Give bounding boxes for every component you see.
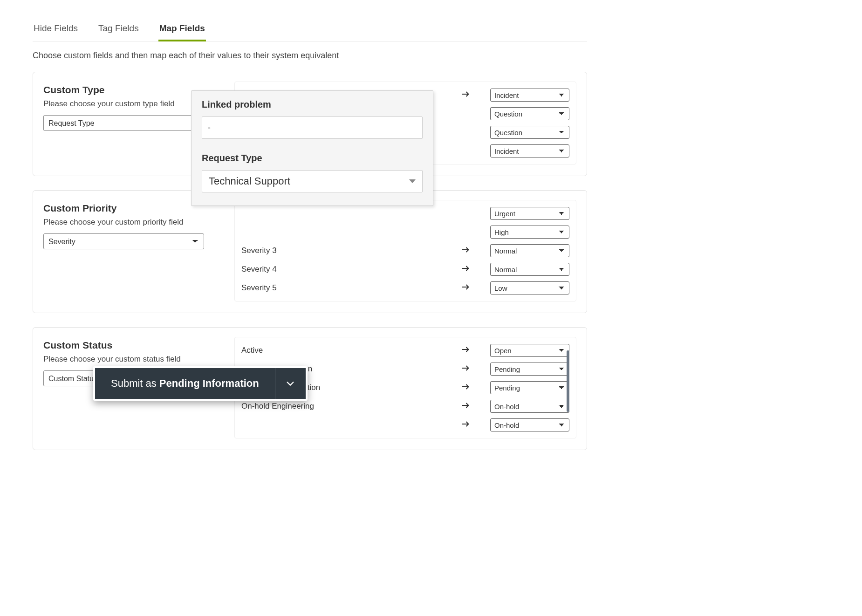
mapping-target-select[interactable]: Pending [490,381,569,394]
arrow-icon [462,90,490,100]
request-type-value: Technical Support [209,175,290,187]
scrollbar-thumb[interactable] [567,350,569,412]
mapping-source-label: Active [241,346,462,355]
mapping-target-select[interactable]: Question [490,126,569,139]
submit-split-button: Submit as Pending Information [93,366,308,401]
custom-status-hint: Please choose your custom status field [43,355,220,364]
arrow-icon [462,420,490,430]
linked-problem-input[interactable] [202,116,423,139]
table-row: Urgent [241,204,569,223]
linked-problem-title: Linked problem [202,99,423,110]
mapping-target-select[interactable]: Open [490,344,569,357]
mapping-target-select[interactable]: On-hold [490,400,569,413]
table-row: On-hold [241,416,569,434]
chevron-down-icon [409,179,416,183]
mapping-target-select[interactable]: Incident [490,89,569,102]
chevron-down-icon [285,378,295,389]
tab-hide-fields[interactable]: Hide Fields [33,19,79,41]
field-tabs: Hide Fields Tag Fields Map Fields [33,19,587,41]
submit-prefix: Submit as [111,377,157,390]
mapping-target-select[interactable]: Pending [490,363,569,376]
custom-priority-card: Custom Priority Please choose your custo… [33,190,587,313]
mapping-source-label: Severity 4 [241,265,462,274]
tab-tag-fields[interactable]: Tag Fields [97,19,140,41]
submit-button[interactable]: Submit as Pending Information [95,368,275,399]
arrow-icon [462,346,490,355]
mapping-target-select[interactable]: Incident [490,144,569,157]
mapping-source-label: Severity 3 [241,246,462,255]
mapping-target-select[interactable]: Urgent [490,207,569,220]
custom-priority-mappings: Urgent High Severity 3 Normal Severity 4… [234,200,576,301]
tab-map-fields[interactable]: Map Fields [158,19,206,41]
submit-status: Pending Information [159,377,259,390]
custom-priority-hint: Please choose your custom priority field [43,218,220,227]
custom-status-title: Custom Status [43,340,220,351]
table-row: Severity 3 Normal [241,241,569,260]
arrow-icon [462,383,490,392]
request-type-title: Request Type [202,153,423,164]
table-row: Severity 4 Normal [241,260,569,279]
mapping-source-label: Severity 5 [241,283,462,293]
instructions-text: Choose custom fields and then map each o… [33,51,587,61]
arrow-icon [462,283,490,293]
arrow-icon [462,265,490,274]
table-row: High [241,223,569,241]
mapping-target-select[interactable]: High [490,226,569,239]
mapping-target-select[interactable]: Low [490,281,569,294]
mapping-source-label: On-hold Engineering [241,402,462,411]
arrow-icon [462,246,490,255]
request-type-select[interactable]: Technical Support [202,170,423,192]
custom-type-field-select[interactable]: Request Type [43,115,204,131]
arrow-icon [462,364,490,374]
linked-problem-popup: Linked problem Request Type Technical Su… [191,90,433,206]
arrow-icon [462,402,490,411]
mapping-target-select[interactable]: Normal [490,263,569,276]
mapping-target-select[interactable]: On-hold [490,418,569,431]
mapping-target-select[interactable]: Normal [490,244,569,257]
mapping-target-select[interactable]: Question [490,107,569,120]
table-row: Active Open [241,341,569,360]
table-row: Severity 5 Low [241,279,569,297]
custom-priority-field-select[interactable]: Severity [43,233,204,249]
submit-dropdown-button[interactable] [275,368,306,399]
